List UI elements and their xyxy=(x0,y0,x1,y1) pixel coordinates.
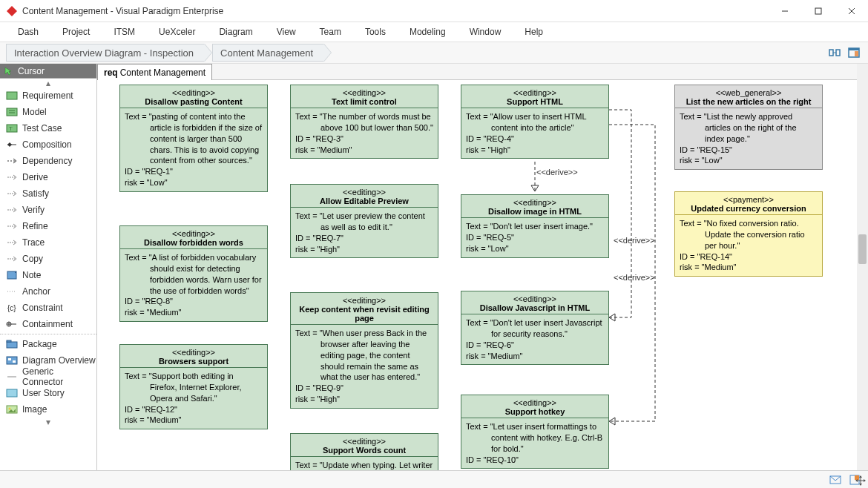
palette-item-label: Model xyxy=(22,107,47,117)
requirement-text: Text = "The number of words must be abov… xyxy=(295,111,433,133)
menu-uexceler[interactable]: UeXceler xyxy=(147,27,207,37)
requirement-text: Text = "Support both editing in Firefox,… xyxy=(125,371,263,404)
svg-marker-11 xyxy=(5,67,11,75)
panel-toggle-icon[interactable] xyxy=(847,46,861,59)
palette-item-requirement[interactable]: Requirement xyxy=(0,88,96,104)
palette-item-satisfy[interactable]: Satisfy xyxy=(0,185,96,202)
canvas-scrollbar-vertical[interactable] xyxy=(857,64,868,470)
requirement-box[interactable]: <<web_general>>List the new articles on … xyxy=(674,85,823,170)
svg-marker-0 xyxy=(7,6,17,16)
palette-item-label: Composition xyxy=(22,139,72,150)
palette-item-note[interactable]: Note xyxy=(0,267,96,283)
diagram-options-icon[interactable] xyxy=(828,46,841,59)
breadcrumb-seg-1[interactable]: Content Management xyxy=(212,44,324,62)
menu-itsm[interactable]: ITSM xyxy=(102,27,147,37)
diagram-canvas[interactable]: <<editing>>Disallow pasting ContentText … xyxy=(97,80,868,470)
menu-window[interactable]: Window xyxy=(458,27,513,37)
palette-item-copy[interactable]: Copy xyxy=(0,251,96,267)
requirement-stereotype: <<editing>> xyxy=(123,229,264,238)
requirement-title: Text limit control xyxy=(294,97,435,106)
requirement-risk: risk = "Medium" xyxy=(295,145,433,156)
palette-item-model[interactable]: Model xyxy=(0,104,96,120)
resize-handle-icon[interactable] xyxy=(853,473,868,488)
menu-help[interactable]: Help xyxy=(513,27,555,37)
tab-content-management[interactable]: req Content Management xyxy=(97,64,212,80)
palette-scroll-up[interactable]: ▴ xyxy=(0,79,96,88)
palette-item-label: Refine xyxy=(22,221,48,231)
requirement-box[interactable]: <<editing>>Support hotkeyText = "Let use… xyxy=(461,395,609,469)
palette-item-package[interactable]: Package xyxy=(0,336,96,352)
palette-item-user-story[interactable]: User Story xyxy=(0,385,96,401)
requirement-stereotype: <<editing>> xyxy=(464,398,605,407)
requirement-box[interactable]: <<editing>>Disallow Javascript in HTMLTe… xyxy=(461,291,609,365)
requirement-box[interactable]: <<editing>>Disallow pasting ContentText … xyxy=(119,85,268,192)
palette-cursor[interactable]: Cursor xyxy=(0,64,96,79)
palette-item-label: Derive xyxy=(22,172,48,182)
requirement-box[interactable]: <<editing>>Disallow forbidden wordsText … xyxy=(119,225,268,322)
requirement-id: ID = "REQ-5" xyxy=(466,232,604,243)
requirement-id: ID = "REQ-1" xyxy=(125,166,263,177)
palette-item-dependency[interactable]: Dependency xyxy=(0,153,96,169)
requirement-box[interactable]: <<editing>>Allow Editable PreviewText = … xyxy=(290,184,438,258)
requirement-title: Browsers support xyxy=(123,357,264,366)
scrollbar-thumb[interactable] xyxy=(858,234,867,264)
svg-rect-35 xyxy=(7,342,17,348)
svg-rect-38 xyxy=(8,358,11,360)
mail-icon[interactable] xyxy=(829,474,841,486)
palette-item-generic-connector[interactable]: Generic Connector xyxy=(0,369,96,385)
palette-item-composition[interactable]: Composition xyxy=(0,136,96,153)
breadcrumb-seg-0[interactable]: Interaction Overview Diagram - Inspectio… xyxy=(6,44,205,62)
menu-modeling[interactable]: Modeling xyxy=(398,27,458,37)
derive-label: <<derive>> xyxy=(536,168,578,177)
svg-marker-49 xyxy=(859,475,862,478)
requirement-title: Support Words count xyxy=(294,446,435,455)
requirement-stereotype: <<editing>> xyxy=(294,88,435,97)
requirement-box[interactable]: <<editing>>Support HTMLText = "Allow use… xyxy=(461,85,609,159)
palette-item-label: Diagram Overview xyxy=(22,355,96,366)
requirement-box[interactable]: <<editing>>Support Words countText = "Up… xyxy=(290,433,438,470)
menu-view[interactable]: View xyxy=(265,27,308,37)
menu-tools[interactable]: Tools xyxy=(353,27,398,37)
palette-item-anchor[interactable]: Anchor xyxy=(0,283,96,300)
requirement-id: ID = "REQ-14" xyxy=(680,251,818,263)
requirement-stereotype: <<editing>> xyxy=(294,437,435,446)
maximize-button[interactable] xyxy=(801,0,835,22)
palette-item-label: Anchor xyxy=(22,286,50,297)
requirement-title: Updated currency conversion xyxy=(678,204,819,213)
tab-prefix: req xyxy=(104,67,118,78)
palette-item-image[interactable]: Image xyxy=(0,401,96,418)
menu-diagram[interactable]: Diagram xyxy=(207,27,264,37)
minimize-button[interactable] xyxy=(768,0,801,22)
requirement-text: Text = "Let user insert formattings to c… xyxy=(466,421,604,455)
menu-team[interactable]: Team xyxy=(308,27,353,37)
requirement-id: ID = "REQ-10" xyxy=(466,455,604,466)
requirement-box[interactable]: <<payment>>Updated currency conversionTe… xyxy=(674,191,823,277)
requirement-id: ID = "REQ-4" xyxy=(466,133,604,145)
palette-item-refine[interactable]: Refine xyxy=(0,218,96,234)
app-icon xyxy=(6,5,18,17)
requirement-box[interactable]: <<editing>>Keep content when revisit edi… xyxy=(290,292,438,409)
requirement-id: ID = "REQ-8" xyxy=(125,296,263,307)
palette-item-label: Copy xyxy=(22,254,43,264)
menu-dash[interactable]: Dash xyxy=(6,27,50,37)
window-title: Content Management - Visual Paradigm Ent… xyxy=(22,6,223,16)
palette-item-label: Trace xyxy=(22,237,45,248)
requirement-box[interactable]: <<editing>>Browsers supportText = "Suppo… xyxy=(119,344,268,429)
requirement-box[interactable]: <<editing>>Text limit controlText = "The… xyxy=(290,85,438,159)
palette-item-containment[interactable]: Containment xyxy=(0,316,96,332)
palette-item-constraint[interactable]: {c}Constraint xyxy=(0,300,96,316)
svg-rect-9 xyxy=(849,48,859,50)
palette-scroll-down[interactable]: ▾ xyxy=(0,418,96,426)
close-button[interactable] xyxy=(835,0,868,22)
requirement-title: Disallow forbidden words xyxy=(123,238,264,247)
palette-item-derive[interactable]: Derive xyxy=(0,169,96,185)
requirement-text: Text = "When user press Back in the brow… xyxy=(295,328,433,383)
requirement-text: Text = "Update when typing. Let writer xyxy=(295,460,433,470)
tab-label: Content Management xyxy=(120,67,206,78)
palette-item-label: Satisfy xyxy=(22,188,49,199)
palette-item-verify[interactable]: Verify xyxy=(0,202,96,218)
palette-item-trace[interactable]: Trace xyxy=(0,234,96,251)
menu-project[interactable]: Project xyxy=(50,27,102,37)
requirement-box[interactable]: <<editing>>Disallow image in HTMLText = … xyxy=(461,194,609,258)
palette-item-test-case[interactable]: TTest Case xyxy=(0,120,96,136)
